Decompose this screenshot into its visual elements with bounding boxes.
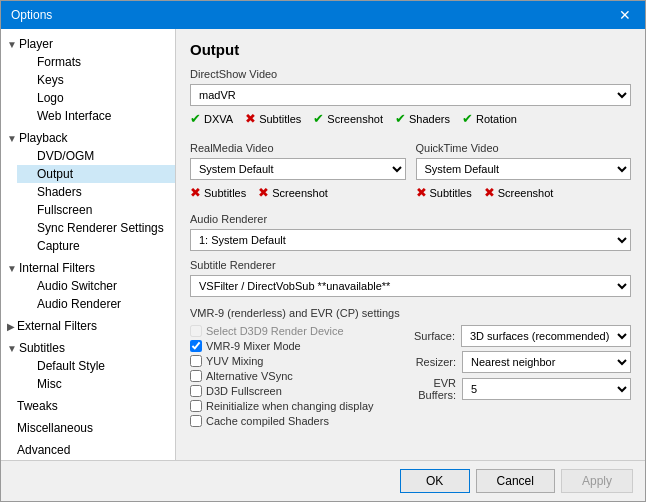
dxva-status: ✔ DXVA — [190, 111, 233, 126]
d3d-fullscreen-label: D3D Fullscreen — [206, 385, 282, 397]
sidebar-item-fullscreen[interactable]: Fullscreen — [17, 201, 175, 219]
resizer-select[interactable]: Nearest neighbor — [462, 351, 631, 373]
sidebar-item-dvd-ogm[interactable]: DVD/OGM — [17, 147, 175, 165]
screenshot-ds-check-icon: ✔ — [313, 111, 324, 126]
subtitles-rm-cross-icon: ✖ — [190, 185, 201, 200]
vmr9-mixer-checkbox[interactable] — [190, 340, 202, 352]
resizer-label: Resizer: — [401, 356, 456, 368]
shaders-ds-label: Shaders — [409, 113, 450, 125]
d3d9-checkbox[interactable] — [190, 325, 202, 337]
yuv-mixing-checkbox[interactable] — [190, 355, 202, 367]
sidebar-item-miscellaneous: ▶ Miscellaneous — [1, 417, 175, 439]
rotation-ds-status: ✔ Rotation — [462, 111, 517, 126]
arrow-playback: ▼ — [7, 133, 17, 144]
sidebar-label-player[interactable]: ▼ Player — [1, 35, 175, 53]
sidebar-item-shaders[interactable]: Shaders — [17, 183, 175, 201]
quicktime-select[interactable]: System Default — [416, 158, 632, 180]
yuv-mixing-label: YUV Mixing — [206, 355, 263, 367]
sidebar-item-web-interface[interactable]: Web Interface — [17, 107, 175, 125]
sidebar-item-audio-switcher[interactable]: Audio Switcher — [17, 277, 175, 295]
sidebar-label-advanced[interactable]: ▶ Advanced — [1, 441, 175, 459]
sidebar-item-tweaks: ▶ Tweaks — [1, 395, 175, 417]
screenshot-ds-label: Screenshot — [327, 113, 383, 125]
d3d9-label: Select D3D9 Render Device — [206, 325, 344, 337]
dxva-label: DXVA — [204, 113, 233, 125]
sidebar-text-playback: Playback — [19, 131, 68, 145]
subtitles-qt-label: Subtitles — [430, 187, 472, 199]
alt-vsync-checkbox[interactable] — [190, 370, 202, 382]
directshow-label: DirectShow Video — [190, 68, 631, 80]
surface-label: Surface: — [401, 330, 455, 342]
close-button[interactable]: ✕ — [615, 7, 635, 23]
sidebar-label-external-filters[interactable]: ▶ External Filters — [1, 317, 175, 335]
ok-button[interactable]: OK — [400, 469, 470, 493]
screenshot-qt-label: Screenshot — [498, 187, 554, 199]
sidebar-item-default-style[interactable]: Default Style — [17, 357, 175, 375]
vmr-group: VMR-9 (renderless) and EVR (CP) settings… — [190, 307, 631, 430]
reinitialize-label: Reinitialize when changing display — [206, 400, 374, 412]
sidebar-item-output[interactable]: Output — [17, 165, 175, 183]
directshow-status-row: ✔ DXVA ✖ Subtitles ✔ Screenshot ✔ Shader… — [190, 111, 631, 126]
apply-button[interactable]: Apply — [561, 469, 633, 493]
cache-shaders-checkbox[interactable] — [190, 415, 202, 427]
sidebar-label-miscellaneous[interactable]: ▶ Miscellaneous — [1, 419, 175, 437]
sidebar-item-capture[interactable]: Capture — [17, 237, 175, 255]
sidebar-text-tweaks: Tweaks — [17, 399, 58, 413]
cache-shaders-label: Cache compiled Shaders — [206, 415, 329, 427]
subtitle-renderer-label: Subtitle Renderer — [190, 259, 631, 271]
realmedia-label: RealMedia Video — [190, 142, 406, 154]
reinitialize-checkbox[interactable] — [190, 400, 202, 412]
output-title: Output — [190, 41, 631, 58]
sidebar-item-internal-filters: ▼ Internal Filters Audio Switcher Audio … — [1, 257, 175, 315]
audio-renderer-select[interactable]: 1: System Default — [190, 229, 631, 251]
sidebar-text-miscellaneous: Miscellaneous — [17, 421, 93, 435]
subtitle-renderer-select[interactable]: VSFilter / DirectVobSub **unavailable** — [190, 275, 631, 297]
surface-select[interactable]: 3D surfaces (recommended) — [461, 325, 631, 347]
realmedia-select[interactable]: System Default — [190, 158, 406, 180]
sidebar-item-player: ▼ Player Formats Keys Logo Web Interface — [1, 33, 175, 127]
sidebar-item-logo[interactable]: Logo — [17, 89, 175, 107]
dxva-check-icon: ✔ — [190, 111, 201, 126]
screenshot-qt-status: ✖ Screenshot — [484, 185, 554, 200]
window-title: Options — [11, 8, 52, 22]
vmr-alt-vsync: Alternative VSync — [190, 370, 395, 382]
vmr9-mixer-label: VMR-9 Mixer Mode — [206, 340, 301, 352]
cancel-button[interactable]: Cancel — [476, 469, 555, 493]
vmr-grid: Select D3D9 Render Device VMR-9 Mixer Mo… — [190, 325, 631, 430]
quicktime-label: QuickTime Video — [416, 142, 632, 154]
subtitles-ds-cross-icon: ✖ — [245, 111, 256, 126]
subtitles-children: Default Style Misc — [1, 357, 175, 393]
sidebar-text-player: Player — [19, 37, 53, 51]
sidebar-label-tweaks[interactable]: ▶ Tweaks — [1, 397, 175, 415]
sidebar-item-formats[interactable]: Formats — [17, 53, 175, 71]
sidebar-text-internal-filters: Internal Filters — [19, 261, 95, 275]
subtitles-rm-label: Subtitles — [204, 187, 246, 199]
sidebar-item-external-filters: ▶ External Filters — [1, 315, 175, 337]
content-area: ▼ Player Formats Keys Logo Web Interface… — [1, 29, 645, 460]
d3d-fullscreen-checkbox[interactable] — [190, 385, 202, 397]
directshow-group: DirectShow Video madVR ✔ DXVA ✖ Subtitle… — [190, 68, 631, 126]
sidebar-item-misc[interactable]: Misc — [17, 375, 175, 393]
sidebar: ▼ Player Formats Keys Logo Web Interface… — [1, 29, 176, 460]
directshow-select[interactable]: madVR — [190, 84, 631, 106]
sidebar-item-keys[interactable]: Keys — [17, 71, 175, 89]
screenshot-qt-cross-icon: ✖ — [484, 185, 495, 200]
evr-buffers-select[interactable]: 5 — [462, 378, 631, 400]
sidebar-label-internal-filters[interactable]: ▼ Internal Filters — [1, 259, 175, 277]
sidebar-label-playback[interactable]: ▼ Playback — [1, 129, 175, 147]
playback-children: DVD/OGM Output Shaders Fullscreen Sync R… — [1, 147, 175, 255]
evr-buffers-label: EVR Buffers: — [401, 377, 456, 401]
internal-filters-children: Audio Switcher Audio Renderer — [1, 277, 175, 313]
vmr-select-d3d9: Select D3D9 Render Device — [190, 325, 395, 337]
alt-vsync-label: Alternative VSync — [206, 370, 293, 382]
sidebar-item-sync-renderer[interactable]: Sync Renderer Settings — [17, 219, 175, 237]
vmr-left: Select D3D9 Render Device VMR-9 Mixer Mo… — [190, 325, 395, 430]
vmr-reinitialize: Reinitialize when changing display — [190, 400, 395, 412]
vmr-title: VMR-9 (renderless) and EVR (CP) settings — [190, 307, 631, 319]
sidebar-label-subtitles[interactable]: ▼ Subtitles — [1, 339, 175, 357]
subtitles-rm-status: ✖ Subtitles — [190, 185, 246, 200]
evr-buffers-row: EVR Buffers: 5 — [401, 377, 631, 401]
subtitles-ds-label: Subtitles — [259, 113, 301, 125]
sidebar-item-audio-renderer-sub[interactable]: Audio Renderer — [17, 295, 175, 313]
sidebar-item-advanced: ▶ Advanced — [1, 439, 175, 460]
